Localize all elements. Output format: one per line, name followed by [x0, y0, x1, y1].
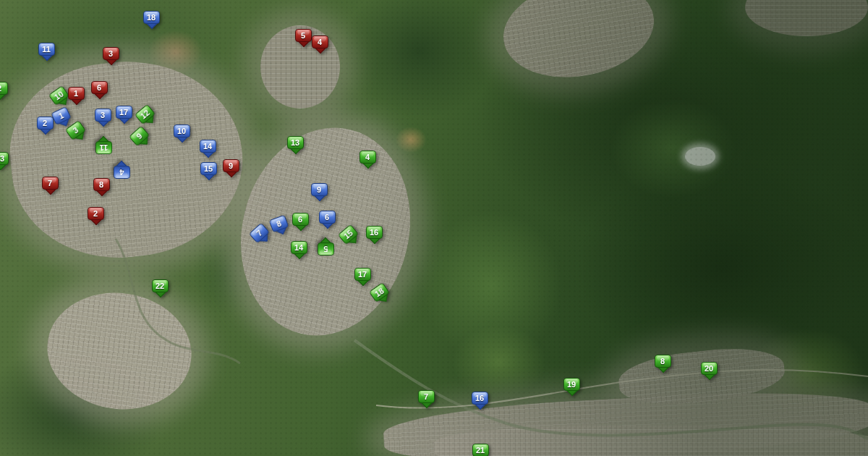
map-marker-green-7[interactable]: 7 — [418, 390, 435, 403]
map-marker-red-8[interactable]: 8 — [93, 178, 110, 191]
map-marker-green-9[interactable]: 9 — [128, 126, 149, 147]
marker-label: 23 — [0, 152, 9, 165]
map-marker-blue-11[interactable]: 11 — [38, 43, 55, 56]
marker-label: 1 — [51, 106, 71, 125]
map-marker-red-4[interactable]: 4 — [312, 35, 328, 48]
marker-label: 17 — [354, 268, 371, 281]
marker-label: 9 — [311, 183, 328, 196]
marker-label: 6 — [91, 81, 108, 94]
marker-label: 16 — [366, 226, 383, 239]
map-marker-blue-9[interactable]: 9 — [311, 183, 328, 196]
marker-label: 9 — [223, 159, 239, 172]
marker-label: 8 — [93, 178, 110, 191]
map-marker-green-18[interactable]: 18 — [368, 282, 389, 303]
map-marker-blue-18[interactable]: 18 — [143, 11, 160, 24]
map-marker-green-21[interactable]: 21 — [472, 444, 489, 456]
marker-layer: 2111835410162133121791142310141597821349… — [0, 0, 868, 456]
marker-label: 6 — [292, 213, 309, 226]
map-marker-green-11[interactable]: 11 — [95, 141, 112, 154]
marker-label: 4 — [312, 35, 328, 48]
map-marker-red-9[interactable]: 9 — [223, 159, 239, 172]
map-marker-blue-10[interactable]: 10 — [174, 124, 190, 138]
marker-label: 7 — [42, 177, 59, 190]
satellite-map[interactable]: 2111835410162133121791142310141597821349… — [0, 0, 868, 456]
marker-label: 11 — [95, 141, 112, 154]
map-marker-blue-1[interactable]: 1 — [51, 106, 71, 125]
marker-label: 7 — [418, 390, 435, 403]
map-marker-green-17[interactable]: 17 — [354, 268, 371, 281]
marker-label: 6 — [319, 211, 336, 224]
marker-label: 18 — [143, 11, 160, 24]
marker-label: 10 — [174, 124, 190, 138]
marker-label: 3 — [103, 47, 119, 60]
map-marker-green-19[interactable]: 19 — [563, 378, 580, 391]
map-marker-red-6[interactable]: 6 — [91, 81, 108, 94]
map-marker-green-3[interactable]: 3 — [64, 120, 85, 140]
marker-label: 17 — [116, 106, 132, 119]
map-marker-blue-14[interactable]: 14 — [200, 140, 216, 153]
marker-label: 8 — [655, 355, 671, 368]
marker-label: 13 — [287, 136, 304, 149]
map-marker-green-6[interactable]: 6 — [292, 213, 309, 226]
marker-label: 14 — [291, 241, 307, 254]
marker-label: 15 — [200, 162, 217, 175]
map-marker-green-20[interactable]: 20 — [701, 362, 718, 375]
map-marker-red-2[interactable]: 2 — [88, 207, 104, 220]
map-marker-green-4[interactable]: 4 — [359, 151, 376, 164]
map-marker-blue-16[interactable]: 16 — [472, 392, 488, 405]
map-marker-blue-2[interactable]: 2 — [37, 117, 54, 130]
marker-label: 2 — [37, 117, 54, 130]
marker-label: 21 — [472, 444, 489, 456]
map-marker-green-8[interactable]: 8 — [655, 355, 671, 368]
marker-label: 5 — [318, 242, 334, 256]
map-marker-red-7[interactable]: 7 — [42, 177, 59, 190]
map-marker-green-22[interactable]: 22 — [152, 279, 169, 292]
marker-label: 22 — [152, 279, 169, 292]
map-marker-green-5[interactable]: 5 — [318, 242, 334, 256]
marker-label: 5 — [295, 29, 312, 42]
map-marker-green-16[interactable]: 16 — [366, 226, 383, 239]
map-marker-green-23[interactable]: 23 — [0, 152, 9, 165]
marker-label: 2 — [88, 207, 104, 220]
map-marker-green-15[interactable]: 15 — [337, 224, 358, 245]
map-marker-red-5[interactable]: 5 — [295, 29, 312, 42]
map-marker-green-12[interactable]: 12 — [134, 104, 155, 125]
map-marker-green-2[interactable]: 2 — [0, 82, 8, 95]
marker-label: 16 — [472, 392, 488, 405]
map-marker-red-3[interactable]: 3 — [103, 47, 119, 60]
marker-label: 11 — [38, 43, 55, 56]
marker-label: 1 — [68, 87, 85, 100]
map-marker-blue-4[interactable]: 4 — [114, 166, 130, 179]
map-marker-blue-17[interactable]: 17 — [116, 106, 132, 119]
map-marker-blue-6[interactable]: 6 — [319, 211, 336, 224]
marker-label: 4 — [114, 166, 130, 179]
marker-label: 14 — [200, 140, 216, 153]
map-marker-green-13[interactable]: 13 — [287, 136, 304, 149]
map-marker-blue-15[interactable]: 15 — [200, 162, 217, 175]
map-marker-green-14[interactable]: 14 — [291, 241, 307, 254]
marker-label: 8 — [268, 215, 289, 233]
map-marker-red-1[interactable]: 1 — [68, 87, 85, 100]
map-marker-green-10[interactable]: 10 — [48, 85, 69, 106]
marker-label: 3 — [95, 109, 111, 122]
marker-label: 4 — [359, 151, 376, 164]
marker-label: 19 — [563, 378, 580, 391]
marker-label: 2 — [0, 82, 8, 95]
map-marker-blue-7[interactable]: 7 — [248, 223, 269, 244]
map-marker-blue-3[interactable]: 3 — [95, 109, 111, 122]
map-marker-blue-8[interactable]: 8 — [268, 215, 289, 233]
marker-label: 20 — [701, 362, 718, 375]
